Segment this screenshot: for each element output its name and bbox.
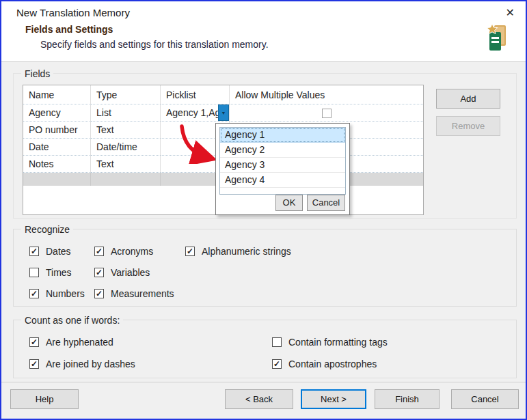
cell-type[interactable]: Text — [91, 122, 161, 139]
cell-name[interactable]: Agency — [23, 104, 91, 122]
remove-button: Remove — [436, 116, 500, 136]
footer-separator — [1, 382, 526, 382]
contain-formatting-tags-label: Contain formatting tags — [288, 337, 388, 348]
contain-apostrophes-label: Contain apostrophes — [288, 359, 377, 369]
table-row-agency[interactable]: AgencyListAgency 1,Ag▼ — [23, 104, 423, 122]
picklist-popup-list: Agency 1Agency 2Agency 3Agency 4 — [219, 127, 346, 195]
times-checkbox[interactable] — [29, 268, 39, 277]
are-joined-by-dashes-checkbox[interactable]: ✓ — [29, 359, 39, 369]
count-checkboxes: ✓Are hyphenatedContain formatting tags✓A… — [14, 335, 516, 371]
recognize-group: Recognize ✓Dates✓Acronyms✓Alphanumeric s… — [13, 229, 517, 307]
picklist-dropdown-button[interactable]: ▼ — [218, 104, 229, 121]
help-button[interactable]: Help — [10, 389, 79, 409]
numbers-label: Numbers — [46, 288, 85, 299]
contain-apostrophes-checkbox[interactable]: ✓ — [272, 359, 282, 369]
acronyms-label: Acronyms — [111, 246, 153, 257]
picklist-popup: Agency 1Agency 2Agency 3Agency 4 OK Canc… — [215, 123, 350, 215]
alphanumeric-strings-label: Alphanumeric strings — [202, 246, 291, 257]
recognize-checkboxes: ✓Dates✓Acronyms✓Alphanumeric stringsTime… — [14, 244, 516, 300]
finish-button[interactable]: Finish — [375, 389, 440, 409]
variables-checkbox[interactable]: ✓ — [94, 268, 104, 277]
column-header-type: Type — [91, 85, 161, 104]
fields-table-header: NameTypePicklistAllow Multiple Values — [23, 85, 423, 104]
recognize-group-label: Recognize — [21, 224, 73, 235]
contain-formatting-tags-checkbox[interactable] — [272, 337, 282, 347]
column-header-picklist: Picklist — [161, 85, 230, 104]
count-as-one-group: Count as one if words: ✓Are hyphenatedCo… — [13, 320, 517, 378]
measurements-label: Measurements — [111, 288, 174, 299]
next-button[interactable]: Next > — [301, 389, 366, 409]
popup-cancel-button[interactable]: Cancel — [307, 195, 345, 211]
fields-group-label: Fields — [21, 68, 53, 79]
page-title: Fields and Settings — [25, 24, 113, 35]
cancel-button[interactable]: Cancel — [451, 389, 519, 409]
translation-memory-icon — [486, 23, 508, 52]
acronyms-checkbox[interactable]: ✓ — [94, 247, 104, 256]
cell-type[interactable]: Text — [91, 156, 161, 173]
page-subtitle: Specify fields and settings for this tra… — [40, 39, 269, 50]
cell-allow-multiple — [230, 104, 423, 122]
are-hyphenated-label: Are hyphenated — [46, 337, 113, 348]
add-button[interactable]: Add — [436, 89, 500, 109]
close-icon[interactable]: ✕ — [503, 5, 517, 20]
are-hyphenated-checkbox[interactable]: ✓ — [29, 337, 39, 347]
column-header-allow-multiple-values: Allow Multiple Values — [230, 85, 423, 104]
cell-type[interactable]: List — [91, 104, 161, 122]
window-title: New Translation Memory — [16, 7, 130, 18]
cell-name[interactable]: PO number — [23, 122, 91, 139]
popup-ok-button[interactable]: OK — [275, 195, 303, 211]
variables-label: Variables — [111, 267, 150, 278]
numbers-checkbox[interactable]: ✓ — [29, 289, 39, 298]
picklist-item-agency-3[interactable]: Agency 3 — [220, 158, 345, 173]
alphanumeric-strings-checkbox[interactable]: ✓ — [185, 247, 195, 256]
picklist-item-agency-4[interactable]: Agency 4 — [220, 173, 345, 188]
cell-type[interactable]: Date/time — [91, 139, 161, 156]
picklist-item-agency-1[interactable]: Agency 1 — [220, 128, 345, 143]
back-button[interactable]: < Back — [225, 389, 293, 409]
wizard-header: New Translation Memory ✕ Fields and Sett… — [1, 1, 526, 62]
are-joined-by-dashes-label: Are joined by dashes — [46, 359, 135, 369]
cell-picklist[interactable]: Agency 1,Ag▼ — [161, 104, 230, 122]
cell-name[interactable]: Notes — [23, 156, 91, 173]
allow-multiple-checkbox[interactable] — [322, 109, 332, 118]
column-header-name: Name — [23, 85, 91, 104]
cell-name[interactable]: Date — [23, 139, 91, 156]
picklist-item-agency-2[interactable]: Agency 2 — [220, 143, 345, 158]
measurements-checkbox[interactable]: ✓ — [94, 289, 104, 298]
dates-label: Dates — [46, 246, 71, 257]
new-translation-memory-dialog: New Translation Memory ✕ Fields and Sett… — [0, 0, 527, 420]
dates-checkbox[interactable]: ✓ — [29, 247, 39, 256]
times-label: Times — [46, 267, 72, 278]
count-group-label: Count as one if words: — [21, 315, 123, 326]
